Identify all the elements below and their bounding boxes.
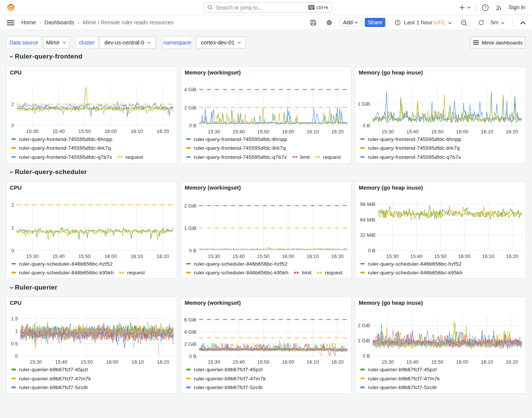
svg-text:?: ? [484, 5, 486, 10]
